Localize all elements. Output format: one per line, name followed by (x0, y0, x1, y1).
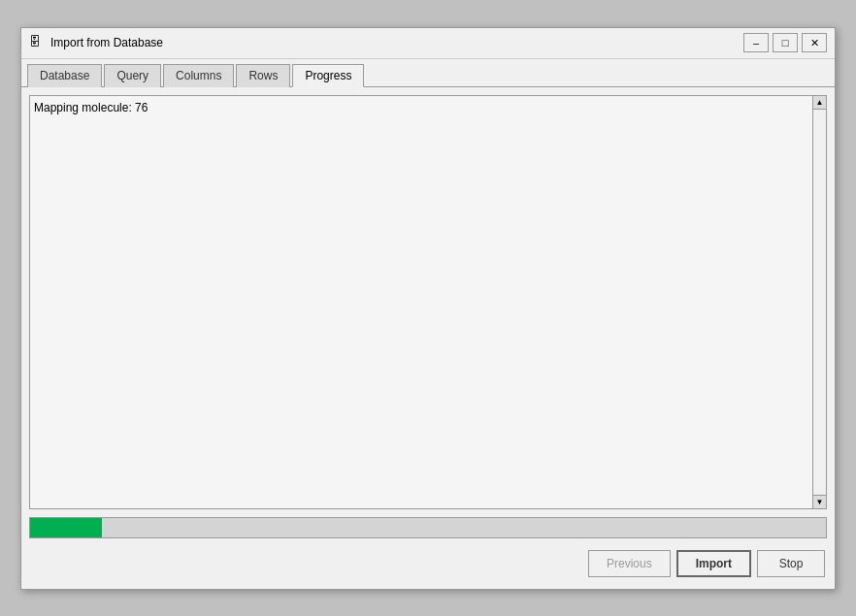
title-bar-left: 🗄 Import from Database (29, 35, 163, 50)
title-bar: 🗄 Import from Database – □ ✕ (21, 28, 835, 59)
title-bar-controls: – □ ✕ (743, 33, 827, 52)
stop-button[interactable]: Stop (757, 550, 825, 577)
app-icon: 🗄 (29, 35, 45, 50)
tab-progress[interactable]: Progress (292, 64, 364, 87)
window-title: Import from Database (50, 36, 163, 49)
tab-columns[interactable]: Columns (163, 64, 234, 87)
tab-database[interactable]: Database (27, 64, 102, 87)
scrollbar-up-arrow[interactable]: ▲ (813, 96, 826, 110)
previous-button[interactable]: Previous (588, 550, 671, 577)
log-scrollbar[interactable]: ▲ ▼ (812, 96, 826, 508)
tab-rows[interactable]: Rows (236, 64, 290, 87)
content-area: Mapping molecule: 76 ▲ ▼ Previous Import… (21, 87, 835, 589)
scrollbar-down-arrow[interactable]: ▼ (813, 495, 826, 508)
tab-query[interactable]: Query (104, 64, 161, 87)
maximize-button[interactable]: □ (773, 33, 798, 52)
progress-bar-fill (30, 518, 102, 537)
close-button[interactable]: ✕ (802, 33, 827, 52)
log-area: Mapping molecule: 76 ▲ ▼ (29, 95, 827, 509)
minimize-button[interactable]: – (743, 33, 769, 52)
import-button[interactable]: Import (676, 550, 751, 577)
button-row: Previous Import Stop (29, 546, 827, 581)
log-text: Mapping molecule: 76 (34, 100, 822, 116)
main-window: 🗄 Import from Database – □ ✕ Database Qu… (20, 27, 836, 590)
progress-bar-container (29, 517, 827, 538)
tab-bar: Database Query Columns Rows Progress (21, 59, 835, 87)
